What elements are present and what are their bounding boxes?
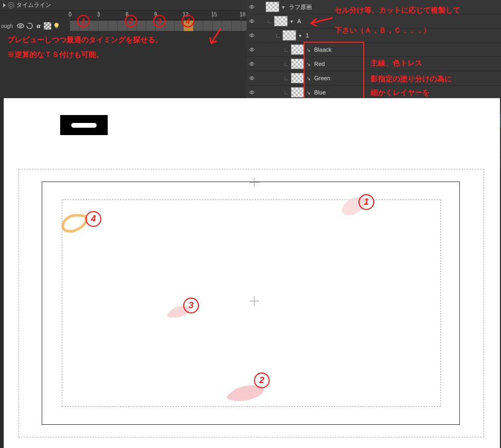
layer-note-dup2: 下さい（Ａ，Ｂ，Ｃ．．．）: [335, 24, 431, 37]
svg-point-1: [251, 6, 253, 8]
panel-collapse-icon[interactable]: [3, 3, 6, 7]
svg-point-7: [251, 92, 253, 93]
timeline-titlebar[interactable]: タイムライン: [0, 0, 247, 11]
clip-icon: ↘: [305, 47, 312, 53]
timeline-ruler[interactable]: 0369121518: [70, 11, 247, 20]
tree-indent: ∟: [274, 32, 282, 39]
visibility-toggle[interactable]: [247, 75, 257, 81]
layer-name-label: Blaack: [312, 46, 332, 53]
layer-name-label: Red: [312, 61, 325, 67]
tree-indent: ∟: [282, 61, 291, 67]
canvas-mark-2: 2: [254, 373, 270, 388]
layer-name-label: Blue: [312, 89, 326, 96]
svg-point-6: [251, 78, 253, 79]
tree-indent: ∟: [282, 75, 291, 81]
svg-point-2: [251, 21, 253, 22]
layer-name-label: A: [295, 18, 301, 24]
top-cross-icon: [250, 178, 259, 187]
visibility-toggle[interactable]: [247, 61, 257, 66]
timeline-track-row[interactable]: ough α: [0, 20, 247, 32]
layer-note-a: 主線、色トレス: [371, 57, 422, 70]
folder-toggle-icon[interactable]: ▾: [296, 33, 304, 39]
visibility-icon[interactable]: [17, 22, 24, 30]
clip-icon: ↘: [305, 61, 312, 67]
layer-name-label: 1: [304, 32, 309, 39]
track-label: ough: [0, 23, 17, 29]
clip-icon: ↘: [305, 90, 312, 96]
visibility-toggle[interactable]: [247, 4, 257, 9]
folder-toggle-icon[interactable]: ▾: [279, 4, 287, 10]
timeline-title: タイムライン: [16, 1, 51, 9]
visibility-toggle[interactable]: [247, 33, 257, 38]
tree-indent: ∟: [282, 46, 291, 53]
svg-point-5: [251, 63, 253, 65]
bulb-icon[interactable]: [53, 22, 60, 30]
layer-thumbnail: [282, 30, 296, 41]
clip-icon: ↘: [305, 75, 312, 81]
timeline-panel: タイムライン 0369121518 ough α 1 2 3 4 プレビューしつ…: [0, 0, 247, 98]
svg-point-0: [20, 25, 22, 27]
timeline-note-2: ※逆算的なＴＳ付けも可能。: [7, 49, 103, 60]
checker-icon[interactable]: [44, 22, 51, 30]
visibility-toggle[interactable]: [247, 18, 257, 24]
layer-thumbnail: [266, 2, 279, 12]
tree-indent: ∟: [282, 89, 291, 96]
layer-name-label: Green: [312, 75, 330, 81]
timeline-cells[interactable]: [70, 20, 247, 32]
track-toolbar: α: [17, 22, 70, 30]
canvas-area[interactable]: 1 2 3 4: [4, 98, 500, 448]
visibility-toggle[interactable]: [247, 90, 257, 95]
timeline-note-1: プレビューしつつ最適のタイミングを探せる。: [7, 34, 163, 45]
layer-name-label: ラフ原画: [287, 3, 312, 11]
alpha-icon[interactable]: α: [35, 22, 42, 30]
canvas-mark-3: 3: [183, 298, 199, 313]
folder-toggle-icon[interactable]: ▾: [288, 18, 295, 24]
visibility-toggle[interactable]: [247, 47, 257, 52]
loop-icon[interactable]: [26, 22, 33, 30]
layer-row[interactable]: ∟↘Blaack: [247, 43, 501, 57]
layer-thumbnail: [291, 44, 305, 55]
layer-note-c: 細かくレイヤーを: [371, 87, 430, 99]
canvas-mark-1: 1: [358, 194, 374, 210]
tree-indent: ∟: [266, 18, 274, 24]
svg-point-3: [251, 35, 253, 36]
layer-note-dup1: セル分け等、カットに応じて複製して: [335, 4, 460, 17]
layer-note-b: 影指定の塗り分けの為に: [371, 73, 452, 85]
center-cross-icon: [250, 297, 259, 306]
timeline-target-icon: [8, 2, 14, 8]
layer-thumbnail: [291, 87, 305, 98]
layer-thumbnail: [291, 73, 305, 83]
layer-thumbnail: [291, 59, 305, 69]
canvas-mark-4: 4: [86, 211, 101, 227]
layer-thumbnail: [274, 16, 288, 26]
svg-point-4: [251, 49, 253, 51]
onion-skin-indicator: [60, 115, 108, 135]
